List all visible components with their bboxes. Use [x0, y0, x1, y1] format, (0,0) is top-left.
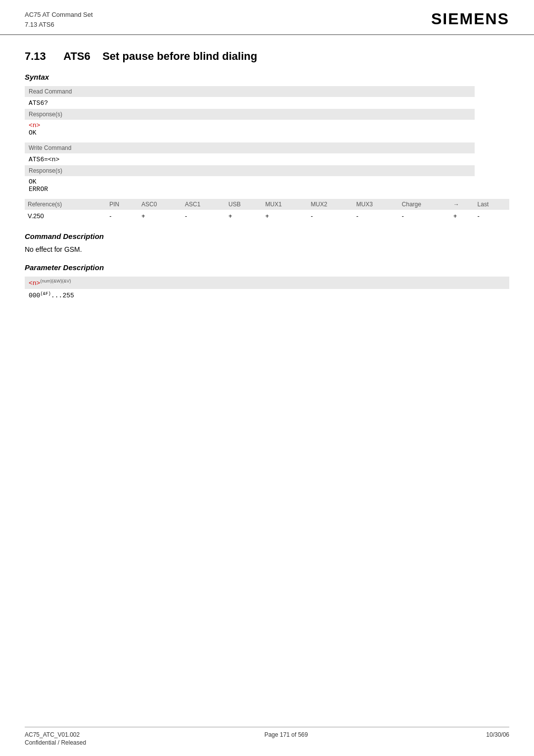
read-response-row: <n> OK: [25, 120, 509, 139]
write-response-label: Response(s): [25, 165, 475, 176]
val-asc1: -: [182, 210, 225, 222]
val-charge: -: [399, 210, 450, 222]
col-mux1: MUX1: [263, 199, 308, 210]
col-last: Last: [475, 199, 509, 210]
footer-left: AC75_ATC_V01.002 Confidential / Released: [25, 731, 86, 746]
page-header: AC75 AT Command Set 7.13 ATS6 SIEMENS: [0, 0, 534, 35]
col-asc0: ASC0: [138, 199, 182, 210]
write-response-error: ERROR: [29, 186, 471, 193]
header-left: AC75 AT Command Set 7.13 ATS6: [25, 10, 93, 29]
read-command-text: ATS6?: [29, 99, 48, 107]
param-value-range: ...255: [51, 292, 74, 299]
footer-date: 10/30/06: [486, 731, 509, 746]
read-response-label-row: Response(s): [25, 109, 509, 120]
reference-header-row: Reference(s) PIN ASC0 ASC1 USB MUX1 MUX2…: [25, 199, 509, 210]
read-command-row: ATS6?: [25, 97, 509, 109]
col-mux2: MUX2: [308, 199, 354, 210]
command-description-section: Command Description No effect for GSM.: [25, 232, 509, 253]
param-value-cell: 000(&F)...255: [25, 289, 509, 302]
write-response-ok: OK: [29, 178, 471, 186]
page-footer: AC75_ATC_V01.002 Confidential / Released…: [25, 727, 509, 746]
write-command-text: ATS6=<n>: [29, 156, 59, 163]
header-title-line2: 7.13 ATS6: [25, 20, 93, 30]
val-last: -: [475, 210, 509, 222]
col-usb: USB: [225, 199, 262, 210]
footer-doc-id: AC75_ATC_V01.002: [25, 731, 86, 738]
read-command-label-row: Read Command: [25, 86, 509, 97]
param-value-sup: (&F): [40, 291, 51, 296]
parameter-table: <n>(num)(&W)(&V) 000(&F)...255: [25, 277, 509, 302]
read-command-label: Read Command: [25, 86, 475, 97]
header-brand: SIEMENS: [431, 10, 509, 28]
section-number: 7.13: [25, 50, 46, 62]
footer-confidentiality: Confidential / Released: [25, 739, 86, 746]
val-usb: +: [225, 210, 262, 222]
main-content: 7.13 ATS6 Set pause before blind dialing…: [0, 35, 534, 327]
param-name: <n>: [29, 280, 40, 287]
val-mux1: +: [263, 210, 308, 222]
section-title: 7.13 ATS6 Set pause before blind dialing: [25, 50, 509, 63]
val-arrow: +: [450, 210, 475, 222]
ref-value: V.250: [25, 210, 106, 222]
val-mux2: -: [308, 210, 354, 222]
read-response-ok: OK: [29, 129, 471, 137]
col-pin: PIN: [106, 199, 138, 210]
col-mux3: MUX3: [354, 199, 399, 210]
val-mux3: -: [354, 210, 399, 222]
syntax-heading: Syntax: [25, 73, 509, 81]
command-description-heading: Command Description: [25, 232, 509, 240]
page-container: AC75 AT Command Set 7.13 ATS6 SIEMENS 7.…: [0, 0, 534, 756]
param-value-row: 000(&F)...255: [25, 289, 509, 302]
write-command-label: Write Command: [25, 142, 475, 153]
syntax-table: Read Command ATS6? Response(s) <n> OK W: [25, 86, 509, 222]
section-description: Set pause before blind dialing: [102, 50, 257, 62]
col-charge: Charge: [399, 199, 450, 210]
spacer-row-1: [25, 139, 509, 142]
write-command-row: ATS6=<n>: [25, 153, 509, 165]
col-arrow: →: [450, 199, 475, 210]
val-asc0: +: [138, 210, 182, 222]
reference-data-row: V.250 - + - + + - - - + -: [25, 210, 509, 222]
read-response-label: Response(s): [25, 109, 475, 120]
header-title-line1: AC75 AT Command Set: [25, 10, 93, 20]
parameter-description-heading: Parameter Description: [25, 263, 509, 272]
write-response-label-row: Response(s): [25, 165, 509, 176]
param-label-row: <n>(num)(&W)(&V): [25, 277, 509, 289]
footer-page: Page 171 of 569: [265, 731, 308, 746]
section-command: ATS6: [63, 50, 90, 62]
param-superscript: (num)(&W)(&V): [40, 279, 71, 284]
param-value: 000: [29, 292, 40, 299]
command-description-text: No effect for GSM.: [25, 245, 509, 253]
spacer-row-2: [25, 195, 509, 199]
val-pin: -: [106, 210, 138, 222]
read-response-n: <n>: [29, 122, 471, 129]
param-label-cell: <n>(num)(&W)(&V): [25, 277, 509, 289]
col-asc1: ASC1: [182, 199, 225, 210]
parameter-description-section: Parameter Description <n>(num)(&W)(&V) 0…: [25, 263, 509, 302]
write-response-row: OK ERROR: [25, 176, 509, 195]
ref-label: Reference(s): [25, 199, 106, 210]
write-command-label-row: Write Command: [25, 142, 509, 153]
